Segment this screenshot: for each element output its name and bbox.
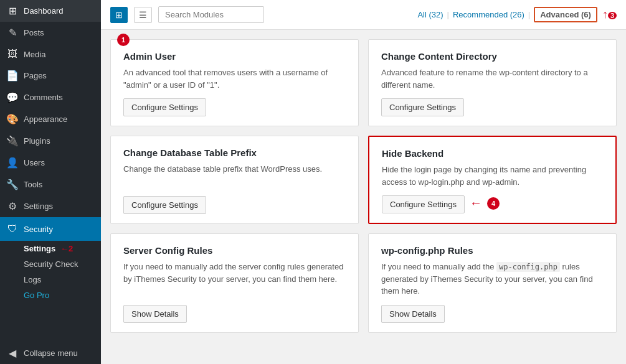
media-icon: 🖼 — [6, 49, 19, 60]
sidebar-item-users[interactable]: 👤 Users — [0, 152, 101, 174]
search-input[interactable] — [158, 6, 264, 23]
grid-view-button[interactable]: ⊞ — [110, 7, 128, 23]
filter-links: All (32) | Recommended (26) | Advanced (… — [417, 7, 617, 22]
module-card-change-content-directory: Change Content Directory Advanced featur… — [368, 39, 617, 126]
sidebar-sub-security-check[interactable]: Security Check — [0, 256, 101, 272]
module-title: Server Config Rules — [123, 245, 346, 256]
dashboard-icon: ⊞ — [6, 5, 19, 17]
collapse-label: Collapse menu — [24, 348, 78, 358]
sidebar-item-label: Settings — [24, 202, 53, 211]
sidebar-sub-label: Go Pro — [24, 291, 49, 300]
configure-settings-button[interactable]: Configure Settings — [123, 98, 206, 116]
module-title: Change Content Directory — [381, 51, 604, 62]
security-icon: 🛡 — [6, 223, 19, 235]
module-card-change-db-prefix: Change Database Table Prefix Change the … — [110, 136, 359, 224]
sidebar-item-label: Pages — [24, 71, 47, 80]
list-view-button[interactable]: ☰ — [134, 7, 152, 23]
sidebar-item-security[interactable]: 🛡 Security — [0, 217, 101, 241]
posts-icon: ✎ — [6, 27, 19, 39]
show-details-button[interactable]: Show Details — [381, 305, 445, 323]
sidebar-item-dashboard[interactable]: ⊞ Dashboard — [0, 0, 101, 22]
module-title: Admin User — [123, 51, 346, 62]
sidebar-item-posts[interactable]: ✎ Posts — [0, 22, 101, 44]
sidebar-sub-logs[interactable]: Logs — [0, 272, 101, 287]
module-grid: 1 Admin User An advanced tool that remov… — [101, 30, 626, 364]
sidebar: ⊞ Dashboard ✎ Posts 🖼 Media 📄 Pages 💬 Co… — [0, 0, 101, 364]
toolbar: ⊞ ☰ All (32) | Recommended (26) | Advanc… — [101, 0, 626, 30]
filter-recommended[interactable]: Recommended (26) — [453, 10, 524, 19]
sidebar-item-tools[interactable]: 🔧 Tools — [0, 174, 101, 195]
sidebar-item-appearance[interactable]: 🎨 Appearance — [0, 108, 101, 130]
module-title: Hide Backend — [382, 148, 603, 159]
sidebar-item-comments[interactable]: 💬 Comments — [0, 86, 101, 108]
users-icon: 👤 — [6, 157, 19, 169]
sidebar-item-media[interactable]: 🖼 Media — [0, 44, 101, 65]
filter-advanced[interactable]: Advanced (6) — [534, 7, 597, 22]
main-area: ⊞ ☰ All (32) | Recommended (26) | Advanc… — [101, 0, 626, 364]
show-details-button[interactable]: Show Details — [123, 305, 187, 323]
annotation-3-arrow: ↑3 — [602, 8, 617, 21]
sidebar-item-plugins[interactable]: 🔌 Plugins — [0, 130, 101, 152]
sidebar-item-label: Users — [24, 158, 45, 167]
tools-icon: 🔧 — [6, 179, 19, 190]
appearance-icon: 🎨 — [6, 113, 19, 125]
comments-icon: 💬 — [6, 91, 19, 103]
module-description: An advanced tool that removes users with… — [123, 67, 346, 91]
module-card-wp-config-rules: wp-config.php Rules If you need to manua… — [368, 233, 617, 333]
module-description: If you need to manually add the server c… — [123, 261, 346, 297]
collapse-menu-button[interactable]: ◀ Collapse menu — [0, 342, 101, 364]
module-description: If you need to manually add the wp-confi… — [381, 261, 604, 297]
annotation-4: 4 — [487, 197, 500, 210]
sidebar-sub-settings[interactable]: Settings ←2 — [0, 241, 101, 256]
module-card-hide-backend: Hide Backend Hide the login page by chan… — [368, 136, 617, 224]
sidebar-sub-go-pro[interactable]: Go Pro — [0, 287, 101, 303]
sidebar-item-settings[interactable]: ⚙ Settings — [0, 195, 101, 217]
sidebar-security-label: Security — [24, 225, 53, 234]
sidebar-item-label: Plugins — [24, 136, 50, 146]
filter-all[interactable]: All (32) — [417, 10, 443, 19]
sidebar-item-label: Dashboard — [24, 6, 64, 16]
sidebar-item-label: Comments — [24, 93, 63, 102]
module-description: Hide the login page by changing its name… — [382, 164, 603, 188]
configure-settings-button[interactable]: Configure Settings — [381, 98, 464, 116]
code-snippet: wp-config.php — [496, 262, 560, 272]
module-description: Advanced feature to rename the wp-conten… — [381, 67, 604, 91]
settings-icon: ⚙ — [6, 200, 19, 212]
configure-settings-button[interactable]: Configure Settings — [382, 195, 465, 213]
module-description: Change the database table prefix that Wo… — [123, 163, 346, 189]
module-card-admin-user: 1 Admin User An advanced tool that remov… — [110, 39, 359, 126]
sidebar-item-pages[interactable]: 📄 Pages — [0, 65, 101, 86]
sidebar-item-label: Media — [24, 50, 45, 59]
module-title: wp-config.php Rules — [381, 245, 604, 256]
sidebar-item-label: Appearance — [24, 114, 67, 124]
sidebar-sub-label: Security Check — [24, 259, 78, 269]
pages-icon: 📄 — [6, 70, 19, 82]
collapse-icon: ◀ — [6, 347, 19, 359]
plugins-icon: 🔌 — [6, 135, 19, 147]
configure-settings-button[interactable]: Configure Settings — [123, 196, 206, 214]
sidebar-item-label: Posts — [24, 28, 44, 37]
sidebar-sub-label: Settings — [24, 244, 55, 253]
sidebar-item-label: Tools — [24, 180, 42, 189]
module-title: Change Database Table Prefix — [123, 147, 346, 158]
annotation-1: 1 — [117, 34, 130, 46]
sidebar-sub-label: Logs — [24, 275, 41, 284]
module-card-server-config-rules: Server Config Rules If you need to manua… — [110, 233, 359, 333]
annotation-4-arrow: ← — [470, 196, 482, 210]
